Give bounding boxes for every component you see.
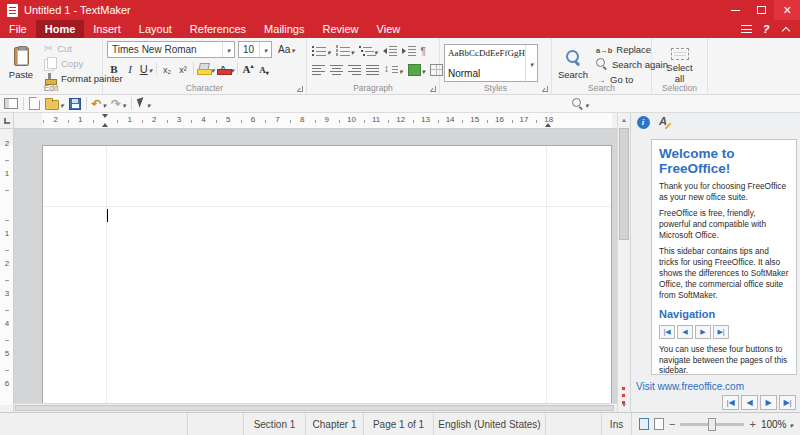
menu-tab-references[interactable]: References xyxy=(181,20,255,38)
superscript-button[interactable] xyxy=(176,61,190,76)
left-indent-marker[interactable] xyxy=(102,123,108,127)
menu-tab-review[interactable]: Review xyxy=(313,20,367,38)
collapse-ribbon-button[interactable] xyxy=(776,20,796,38)
horizontal-scrollbar-thumb[interactable] xyxy=(15,405,614,411)
menu-button[interactable] xyxy=(736,20,756,38)
zoom-in-button[interactable] xyxy=(749,418,755,430)
previous-page-button[interactable] xyxy=(741,395,758,410)
search-button[interactable]: Search xyxy=(556,42,590,86)
next-page-button[interactable] xyxy=(695,325,711,339)
chevron-down-icon xyxy=(147,98,151,110)
zoom-level-value: 100% xyxy=(761,419,787,430)
formatting-marks-button[interactable] xyxy=(420,43,427,58)
font-size-dropdown[interactable] xyxy=(259,42,271,57)
menu-tab-insert[interactable]: Insert xyxy=(84,20,130,38)
menu-tab-home[interactable]: Home xyxy=(36,20,85,38)
paragraph-shading-button[interactable] xyxy=(407,62,427,77)
align-justify-button[interactable] xyxy=(365,62,380,77)
minimize-icon xyxy=(731,10,740,11)
vertical-scrollbar-thumb[interactable] xyxy=(619,128,629,240)
bullet-list-button[interactable] xyxy=(311,43,332,58)
ruler-number: 6 xyxy=(5,380,9,388)
change-case-button[interactable]: Aa xyxy=(275,41,298,58)
maximize-button[interactable] xyxy=(748,0,774,20)
status-page[interactable]: Page 1 of 1 xyxy=(364,413,434,435)
close-button[interactable] xyxy=(774,0,800,20)
shrink-font-button[interactable] xyxy=(257,61,271,76)
document-page[interactable] xyxy=(42,145,612,412)
menu-tab-mailings[interactable]: Mailings xyxy=(255,20,313,38)
vertical-scrollbar[interactable] xyxy=(617,113,630,412)
help-button[interactable] xyxy=(756,20,776,38)
scroll-up-button[interactable] xyxy=(618,113,630,127)
zoom-slider-thumb[interactable] xyxy=(708,418,716,431)
normal-view-icon[interactable] xyxy=(639,418,649,430)
freeoffice-link[interactable]: Visit www.freeoffice.com xyxy=(636,381,744,392)
object-mode-button[interactable] xyxy=(137,96,151,111)
font-color-button[interactable] xyxy=(217,61,235,76)
align-right-button[interactable] xyxy=(347,62,362,77)
sidebar-paragraph: FreeOffice is free, friendly, powerful a… xyxy=(659,208,789,241)
sidebar-tab-tips[interactable] xyxy=(635,114,651,130)
horizontal-scrollbar[interactable] xyxy=(14,403,617,412)
font-name-dropdown[interactable] xyxy=(222,42,234,57)
font-size-select[interactable]: 10 xyxy=(238,41,272,58)
sidebar-tabs xyxy=(635,114,673,130)
new-document-button[interactable] xyxy=(29,96,40,111)
style-picker[interactable]: AaBbCcDdEeFfGgHh Normal xyxy=(444,44,538,82)
zoom-level[interactable]: 100% xyxy=(761,419,793,430)
align-center-button[interactable] xyxy=(329,62,344,77)
bold-button[interactable]: B xyxy=(107,61,121,76)
first-page-button[interactable] xyxy=(722,395,739,410)
select-all-button[interactable]: Select all xyxy=(661,44,699,88)
undo-button[interactable] xyxy=(92,96,107,111)
last-page-button[interactable] xyxy=(779,395,796,410)
zoom-tool-button[interactable] xyxy=(572,96,589,111)
menu-tab-layout[interactable]: Layout xyxy=(130,20,181,38)
italic-button[interactable]: I xyxy=(123,61,137,76)
highlight-color-button[interactable] xyxy=(197,61,215,76)
vertical-ruler[interactable]: 21123456 xyxy=(0,129,14,412)
minimize-button[interactable] xyxy=(722,0,748,20)
save-button[interactable] xyxy=(69,96,81,111)
sidebar-tab-character[interactable] xyxy=(657,114,673,130)
decrease-indent-button[interactable] xyxy=(382,43,398,58)
line-spacing-button[interactable] xyxy=(383,62,404,77)
grow-font-button[interactable] xyxy=(241,61,255,76)
zoom-slider[interactable] xyxy=(680,423,744,426)
menu-tab-file[interactable]: File xyxy=(0,20,36,38)
open-button[interactable] xyxy=(45,96,64,111)
redo-button[interactable] xyxy=(111,96,126,111)
zoom-out-button[interactable] xyxy=(669,418,675,430)
font-name-select[interactable]: Times New Roman xyxy=(107,41,235,58)
increase-indent-button[interactable] xyxy=(401,43,417,58)
align-left-button[interactable] xyxy=(311,62,326,77)
paste-button[interactable]: Paste xyxy=(4,41,38,85)
sidebar-panel: Welcome to FreeOffice! Thank you for cho… xyxy=(651,139,797,375)
page-view-icon[interactable] xyxy=(654,418,664,430)
subscript-button[interactable] xyxy=(160,61,174,76)
multilevel-list-button[interactable] xyxy=(358,43,379,58)
sidebar-grip-dots[interactable] xyxy=(622,387,626,408)
style-dropdown[interactable] xyxy=(525,45,537,81)
superscript-icon xyxy=(179,63,187,75)
status-insert-mode[interactable]: Ins xyxy=(602,413,632,435)
first-page-button[interactable] xyxy=(659,325,675,339)
top-margin-guide xyxy=(43,206,611,207)
first-line-indent-marker[interactable] xyxy=(102,114,108,118)
divider xyxy=(237,62,238,75)
last-page-button[interactable] xyxy=(713,325,729,339)
numbered-list-button[interactable] xyxy=(335,43,356,58)
tab-stop-selector[interactable] xyxy=(0,113,14,129)
chevron-down-icon xyxy=(60,98,64,110)
next-page-button[interactable] xyxy=(760,395,777,410)
menu-tab-view[interactable]: View xyxy=(368,20,410,38)
status-chapter[interactable]: Chapter 1 xyxy=(306,413,364,435)
underline-button[interactable]: U xyxy=(139,61,153,76)
toggle-sidebar-button[interactable] xyxy=(4,96,18,111)
status-language[interactable]: English (United States) xyxy=(434,413,546,435)
document-area[interactable] xyxy=(14,129,617,412)
status-section[interactable]: Section 1 xyxy=(244,413,306,435)
horizontal-ruler[interactable]: 21123456789101112131415161718 xyxy=(14,113,617,129)
previous-page-button[interactable] xyxy=(677,325,693,339)
